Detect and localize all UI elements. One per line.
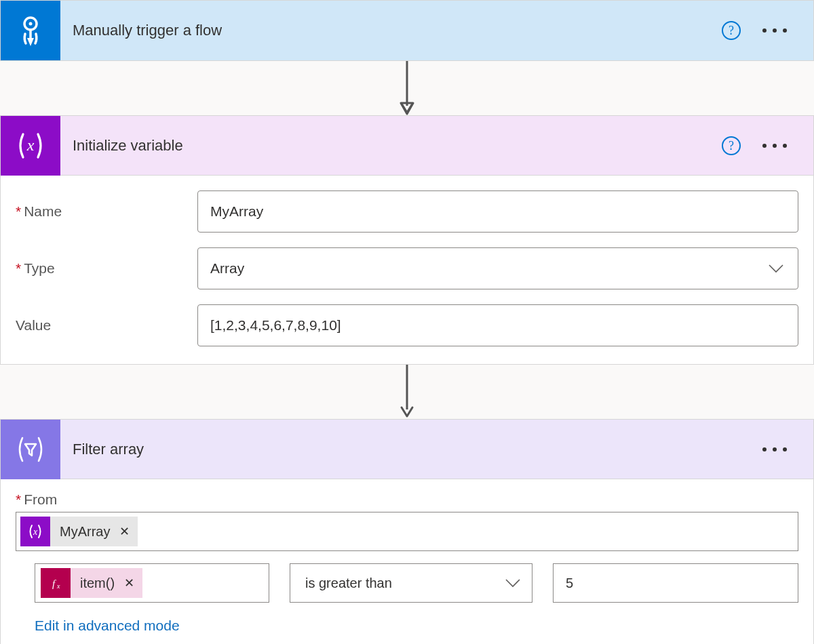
variable-chip-icon: x	[20, 517, 50, 546]
chevron-down-icon	[767, 259, 786, 278]
svg-point-1	[29, 22, 33, 26]
condition-right-value: 5	[566, 576, 573, 591]
svg-point-6	[783, 28, 787, 33]
connector-arrow	[0, 61, 814, 115]
condition-row: f x item() ✕ is greater than 5	[16, 563, 798, 603]
chip-remove-icon[interactable]: ✕	[117, 524, 138, 539]
variable-icon: x	[1, 116, 60, 176]
from-chip-label: MyArray	[50, 524, 117, 540]
name-input[interactable]	[197, 190, 798, 233]
type-select[interactable]: Array	[197, 247, 798, 289]
more-icon[interactable]	[760, 142, 789, 149]
condition-operator-select[interactable]: is greater than	[290, 563, 532, 603]
filter-array-body: *From x MyArray ✕	[1, 479, 813, 644]
condition-operator-value: is greater than	[305, 576, 392, 591]
svg-point-11	[762, 144, 767, 148]
help-icon[interactable]: ?	[721, 20, 741, 41]
expression-chip[interactable]: f x item() ✕	[41, 568, 142, 598]
more-icon[interactable]	[760, 27, 789, 34]
svg-text:x: x	[33, 527, 38, 537]
type-value: Array	[210, 260, 244, 277]
trigger-card: Manually trigger a flow ?	[0, 0, 814, 61]
trigger-icon	[1, 1, 60, 60]
svg-text:f: f	[52, 578, 56, 589]
from-input[interactable]: x MyArray ✕	[16, 512, 798, 551]
init-variable-header[interactable]: x Initialize variable ?	[1, 116, 813, 176]
condition-left-input[interactable]: f x item() ✕	[35, 563, 269, 603]
trigger-title: Manually trigger a flow	[60, 22, 721, 39]
expression-chip-label: item()	[71, 576, 121, 591]
advanced-mode-link[interactable]: Edit in advanced mode	[16, 618, 798, 634]
svg-text:?: ?	[729, 139, 734, 153]
value-input[interactable]	[197, 304, 798, 346]
connector-arrow	[0, 365, 814, 419]
condition-right-input[interactable]: 5	[553, 563, 798, 603]
from-label: *From	[16, 491, 798, 508]
filter-array-title: Filter array	[60, 441, 760, 458]
svg-point-17	[783, 447, 787, 451]
more-icon[interactable]	[760, 446, 789, 453]
svg-point-13	[783, 144, 787, 148]
help-icon[interactable]: ?	[721, 136, 741, 156]
svg-point-4	[762, 28, 767, 33]
filter-array-card: Filter array *From	[0, 419, 814, 644]
chip-remove-icon[interactable]: ✕	[121, 576, 142, 590]
init-variable-title: Initialize variable	[60, 137, 721, 155]
svg-point-5	[773, 28, 777, 33]
from-chip[interactable]: x MyArray ✕	[20, 517, 138, 546]
filter-array-header[interactable]: Filter array	[1, 420, 813, 479]
fx-chip-icon: f x	[41, 568, 71, 598]
filter-icon	[1, 420, 60, 479]
init-variable-card: x Initialize variable ?	[0, 115, 814, 365]
svg-text:?: ?	[729, 24, 734, 37]
chevron-down-icon	[503, 573, 522, 592]
svg-text:x: x	[26, 136, 35, 154]
value-label: Value	[16, 317, 197, 334]
svg-point-12	[773, 144, 777, 148]
name-label: *Name	[16, 203, 197, 220]
trigger-header[interactable]: Manually trigger a flow ?	[1, 1, 813, 60]
init-variable-body: *Name *Type Array Value	[1, 176, 813, 364]
svg-text:x: x	[56, 582, 60, 590]
svg-point-15	[762, 447, 767, 451]
svg-point-16	[773, 447, 777, 451]
type-label: *Type	[16, 260, 197, 277]
